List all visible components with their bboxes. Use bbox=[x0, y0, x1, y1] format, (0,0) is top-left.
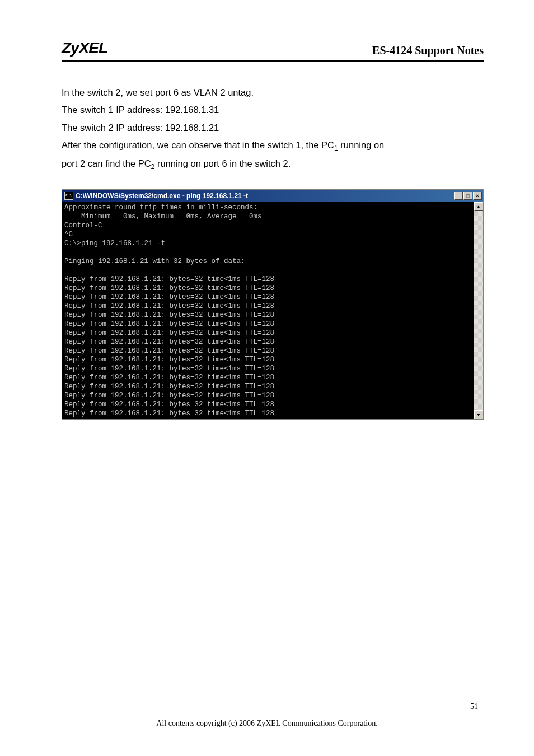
cmd-window: C:\WINDOWS\System32\cmd.exe - ping 192.1… bbox=[62, 189, 484, 420]
body-line-1: In the switch 2, we set port 6 as VLAN 2… bbox=[62, 84, 484, 101]
subscript-1: 1 bbox=[334, 144, 338, 152]
cmd-body: Approximate round trip times in milli-se… bbox=[62, 202, 483, 419]
scroll-track[interactable] bbox=[474, 211, 483, 410]
page-number: 51 bbox=[470, 702, 478, 711]
body-line-5: port 2 can find the PC2 running on port … bbox=[62, 155, 484, 173]
scroll-up-button[interactable]: ▲ bbox=[474, 202, 483, 211]
page-header: ZyXEL ES-4124 Support Notes bbox=[62, 39, 484, 62]
maximize-button[interactable]: □ bbox=[463, 192, 472, 200]
cmd-title-left: C:\WINDOWS\System32\cmd.exe - ping 192.1… bbox=[64, 192, 248, 200]
body-line-4: After the configuration, we can observe … bbox=[62, 137, 484, 155]
scroll-down-button[interactable]: ▼ bbox=[474, 410, 483, 419]
header-title: ES-4124 Support Notes bbox=[372, 44, 484, 57]
cmd-title-text: C:\WINDOWS\System32\cmd.exe - ping 192.1… bbox=[76, 192, 248, 200]
cmd-icon bbox=[64, 192, 73, 200]
cmd-output: Approximate round trip times in milli-se… bbox=[62, 202, 474, 419]
minimize-button[interactable]: _ bbox=[454, 192, 463, 200]
body-line-2: The switch 1 IP address: 192.168.1.31 bbox=[62, 101, 484, 119]
cmd-titlebar[interactable]: C:\WINDOWS\System32\cmd.exe - ping 192.1… bbox=[62, 190, 483, 202]
window-controls: _ □ × bbox=[454, 192, 482, 200]
logo: ZyXEL bbox=[62, 39, 107, 57]
cmd-scrollbar[interactable]: ▲ ▼ bbox=[474, 202, 483, 419]
body-line-3: The switch 2 IP address: 192.168.1.21 bbox=[62, 119, 484, 137]
footer-copyright: All contents copyright (c) 2006 ZyXEL Co… bbox=[0, 719, 534, 728]
body-paragraph: In the switch 2, we set port 6 as VLAN 2… bbox=[62, 84, 484, 173]
close-button[interactable]: × bbox=[473, 192, 482, 200]
